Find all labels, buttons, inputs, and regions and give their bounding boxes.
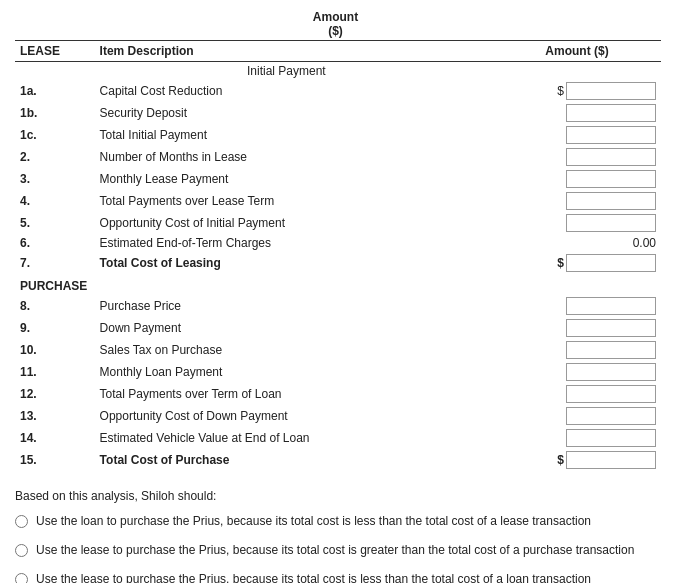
input-9[interactable] <box>566 319 656 337</box>
row-desc-5: Opportunity Cost of Initial Payment <box>80 212 493 234</box>
radio-input-1[interactable] <box>15 515 28 528</box>
table-row: 8. Purchase Price <box>15 295 661 317</box>
row-desc-1c: Total Initial Payment <box>80 124 493 146</box>
purchase-label: PURCHASE <box>15 274 661 295</box>
input-3[interactable] <box>566 170 656 188</box>
input-7[interactable] <box>566 254 656 272</box>
row-num-7: 7. <box>15 252 80 274</box>
row-num-1a: 1a. <box>15 80 80 102</box>
radio-option-1[interactable]: Use the loan to purchase the Prius, beca… <box>15 513 661 530</box>
row-desc-14: Estimated Vehicle Value at End of Loan <box>80 427 493 449</box>
row-desc-11: Monthly Loan Payment <box>80 361 493 383</box>
row-desc-12: Total Payments over Term of Loan <box>80 383 493 405</box>
row-desc-4: Total Payments over Lease Term <box>80 190 493 212</box>
input-8[interactable] <box>566 297 656 315</box>
row-amount-10 <box>493 339 661 361</box>
table-row: 3. Monthly Lease Payment <box>15 168 661 190</box>
table-row: 1c. Total Initial Payment <box>15 124 661 146</box>
input-12[interactable] <box>566 385 656 403</box>
row-num-2: 2. <box>15 146 80 168</box>
row-desc-13: Opportunity Cost of Down Payment <box>80 405 493 427</box>
row-num-12: 12. <box>15 383 80 405</box>
row-amount-4 <box>493 190 661 212</box>
input-13[interactable] <box>566 407 656 425</box>
row-amount-1a: $ <box>493 80 661 102</box>
row-amount-8 <box>493 295 661 317</box>
radio-label-2: Use the lease to purchase the Prius, bec… <box>36 542 634 559</box>
table-row: 15. Total Cost of Purchase $ <box>15 449 661 471</box>
table-row: 14. Estimated Vehicle Value at End of Lo… <box>15 427 661 449</box>
row-desc-9: Down Payment <box>80 317 493 339</box>
input-10[interactable] <box>566 341 656 359</box>
row-amount-3 <box>493 168 661 190</box>
row-num-4: 4. <box>15 190 80 212</box>
table-row: 5. Opportunity Cost of Initial Payment <box>15 212 661 234</box>
row-desc-8: Purchase Price <box>80 295 493 317</box>
row-num-8: 8. <box>15 295 80 317</box>
analysis-intro: Based on this analysis, Shiloh should: <box>15 489 661 503</box>
row-num-6: 6. <box>15 234 80 252</box>
table-row: 13. Opportunity Cost of Down Payment <box>15 405 661 427</box>
table-row: 7. Total Cost of Leasing $ <box>15 252 661 274</box>
row-num-9: 9. <box>15 317 80 339</box>
table-row: 4. Total Payments over Lease Term <box>15 190 661 212</box>
row-desc-1b: Security Deposit <box>80 102 493 124</box>
row-desc-7: Total Cost of Leasing <box>80 252 493 274</box>
row-desc-10: Sales Tax on Purchase <box>80 339 493 361</box>
table-row: 10. Sales Tax on Purchase <box>15 339 661 361</box>
table-row: 1a. Capital Cost Reduction $ <box>15 80 661 102</box>
row-num-3: 3. <box>15 168 80 190</box>
row-desc-2: Number of Months in Lease <box>80 146 493 168</box>
radio-label-1: Use the loan to purchase the Prius, beca… <box>36 513 591 530</box>
row-amount-1b <box>493 102 661 124</box>
row-num-15: 15. <box>15 449 80 471</box>
input-1a[interactable] <box>566 82 656 100</box>
row-amount-9 <box>493 317 661 339</box>
lease-col-header: LEASE <box>15 41 80 62</box>
table-row: 2. Number of Months in Lease <box>15 146 661 168</box>
table-row: 1b. Security Deposit <box>15 102 661 124</box>
input-2[interactable] <box>566 148 656 166</box>
row-amount-5 <box>493 212 661 234</box>
row-num-11: 11. <box>15 361 80 383</box>
input-14[interactable] <box>566 429 656 447</box>
amount-header: Amount ($) <box>15 10 661 38</box>
row-num-1b: 1b. <box>15 102 80 124</box>
row-amount-6: 0.00 <box>493 234 661 252</box>
input-15[interactable] <box>566 451 656 469</box>
row-amount-12 <box>493 383 661 405</box>
item-desc-col-header: Item Description <box>80 41 493 62</box>
input-1b[interactable] <box>566 104 656 122</box>
input-4[interactable] <box>566 192 656 210</box>
input-1c[interactable] <box>566 126 656 144</box>
table-row: 6. Estimated End-of-Term Charges 0.00 <box>15 234 661 252</box>
amount-col-header: Amount ($) <box>493 41 661 62</box>
input-11[interactable] <box>566 363 656 381</box>
table-row: 12. Total Payments over Term of Loan <box>15 383 661 405</box>
row-desc-6: Estimated End-of-Term Charges <box>80 234 493 252</box>
row-num-13: 13. <box>15 405 80 427</box>
row-amount-14 <box>493 427 661 449</box>
row-amount-11 <box>493 361 661 383</box>
radio-option-3[interactable]: Use the lease to purchase the Prius, bec… <box>15 571 661 583</box>
static-value-6: 0.00 <box>633 236 656 250</box>
row-num-14: 14. <box>15 427 80 449</box>
table-row: 11. Monthly Loan Payment <box>15 361 661 383</box>
radio-input-3[interactable] <box>15 573 28 583</box>
analysis-section: Based on this analysis, Shiloh should: U… <box>15 489 661 583</box>
row-desc-1a: Capital Cost Reduction <box>80 80 493 102</box>
row-num-1c: 1c. <box>15 124 80 146</box>
table-row: 9. Down Payment <box>15 317 661 339</box>
row-amount-2 <box>493 146 661 168</box>
initial-payment-subheader: Initial Payment <box>15 62 661 81</box>
input-5[interactable] <box>566 214 656 232</box>
row-num-5: 5. <box>15 212 80 234</box>
radio-input-2[interactable] <box>15 544 28 557</box>
purchase-section-header: PURCHASE <box>15 274 661 295</box>
radio-label-3: Use the lease to purchase the Prius, bec… <box>36 571 591 583</box>
row-amount-7: $ <box>493 252 661 274</box>
radio-option-2[interactable]: Use the lease to purchase the Prius, bec… <box>15 542 661 559</box>
row-desc-3: Monthly Lease Payment <box>80 168 493 190</box>
row-desc-15: Total Cost of Purchase <box>80 449 493 471</box>
row-amount-13 <box>493 405 661 427</box>
